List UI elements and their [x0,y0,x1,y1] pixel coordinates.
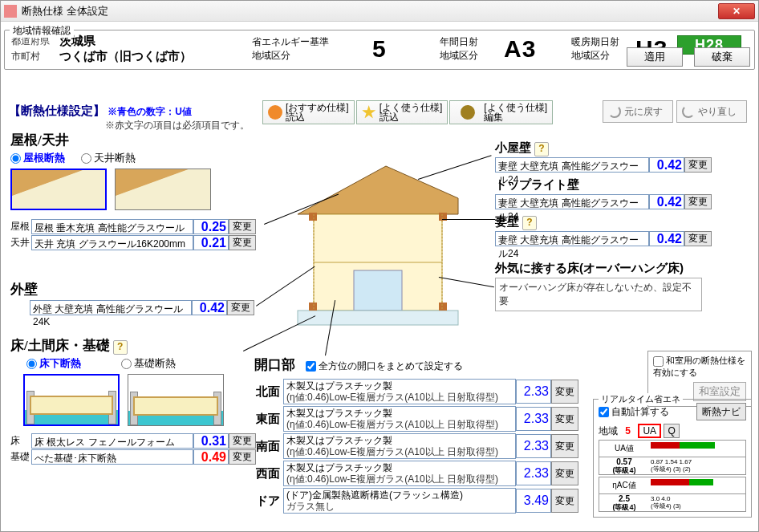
pref-value: 茨城県 [59,34,172,49]
annual-zone-label: 地域区分 [440,49,504,63]
toplight-change[interactable]: 変更 [684,194,712,209]
opening-n-spec[interactable]: 木製又はプラスチック製(η値:0.46)Low-E複層ガラス(A10以上 日射取… [283,379,516,404]
opening-n-label: 北面 [254,384,283,400]
wall-spec[interactable]: 外壁 大壁充填 高性能グラスウール24K [30,300,192,315]
floor-row1-label: 床 [10,434,31,448]
washitsu-enable-check[interactable]: 和室用の断熱仕様を 有効にする [653,355,745,377]
toplight-title: トップライト壁 [495,177,752,193]
opening-w-spec[interactable]: 木製又はプラスチック製(η値:0.46)Low-E複層ガラス(A10以上 日射取… [283,461,516,486]
floor-row2-change[interactable]: 変更 [229,449,256,465]
opening-s-change[interactable]: 変更 [551,434,578,458]
city-value: つくば市（旧つくば市） [59,49,192,64]
leader-gable [442,219,495,220]
favorite-edit-button[interactable]: [よく使う仕様] 編集 [449,100,553,124]
overhang-title: 外気に接する床(オーバーハング床) [495,261,752,276]
gable-title: 妻壁 [495,214,519,228]
favorite-load-button[interactable]: [よく使う仕様] 読込 [356,100,448,124]
annual-value: A3 [504,35,539,63]
attic-spec[interactable]: 妻壁 大壁充填 高性能グラスウール24 [495,157,649,173]
wall-title: 外壁 [10,280,267,298]
roof-thumb-2[interactable] [115,169,211,210]
app-icon [4,5,17,18]
opening-n-change[interactable]: 変更 [551,380,578,404]
gable-change[interactable]: 変更 [684,231,712,246]
roof-thumb-1[interactable] [10,169,107,210]
undo-button[interactable]: 元に戻す [603,100,673,123]
roof-row2-u: 0.21 [193,235,229,250]
ua-scale: 0.87 1.54 1.67(等級4) (3) (2) [649,457,745,474]
opening-e-spec[interactable]: 木製又はプラスチック製(η値:0.46)Low-E複層ガラス(A10以上 日射取… [283,406,516,432]
floor-row1-change[interactable]: 変更 [229,433,256,449]
heat-label: 暖房期日射 [571,35,635,49]
gable-u: 0.42 [649,231,684,246]
star-icon [362,105,376,120]
close-button[interactable]: ✕ [718,3,755,19]
auto-calc-check[interactable]: 自動計算する [599,405,669,419]
rt-region-val: 5 [625,425,631,437]
heat-zone-label: 地域区分 [571,49,635,63]
svg-rect-3 [354,270,402,311]
attic-change[interactable]: 変更 [684,157,712,173]
eta-scale: 3.0 4.0(等級4) (3) [649,494,745,511]
attic-title: 小屋壁 [495,140,531,154]
roof-row1-change[interactable]: 変更 [229,219,256,234]
eta-bar [649,477,745,493]
region-caption: 地域情報確認 [10,24,74,38]
toplight-spec[interactable]: 妻壁 大壁充填 高性能グラスウール24 [495,194,649,209]
realtime-caption: リアルタイム省エネ [599,393,683,405]
annual-label: 年間日射 [440,35,504,49]
redo-icon [682,105,695,118]
roof-radio-2[interactable]: 天井断熱 [81,151,136,165]
zone-label: 地域区分 [252,49,372,63]
floor-row2-spec[interactable]: べた基礎･床下断熱 [31,449,193,465]
floor-row1-spec[interactable]: 床 根太レス フェノールフォーム90mm [31,433,193,449]
redo-button[interactable]: やり直し [676,100,747,123]
recommended-load-button[interactable]: [おすすめ仕様] 読込 [262,100,355,124]
ua-bar [649,441,745,457]
floor-thumb-1[interactable] [23,374,120,426]
titlebar: 断熱仕様 全体設定 ✕ [1,1,758,22]
roof-row2-change[interactable]: 変更 [229,235,256,250]
gable-spec[interactable]: 妻壁 大壁充填 高性能グラスウール24 [495,231,649,246]
mode-ua-button[interactable]: UA [638,424,661,438]
opening-all-dir-check[interactable]: 全方位の開口をまとめて設定する [306,360,463,372]
opening-e-u: 2.33 [516,407,551,431]
pen-icon [458,102,478,122]
attic-u: 0.42 [649,157,684,173]
floor-row2-label: 基礎 [10,450,31,464]
opening-w-change[interactable]: 変更 [551,461,578,485]
opening-e-change[interactable]: 変更 [551,407,578,431]
rt-region-lbl: 地域 [599,425,618,437]
floor-radio-2[interactable]: 基礎断熱 [121,356,176,371]
svg-rect-5 [309,213,317,221]
gable-help[interactable]: ? [522,216,537,230]
opening-s-u: 2.33 [516,434,551,458]
mode-q-button[interactable]: Q [664,424,679,438]
roof-radio-1[interactable]: 屋根断熱 [10,151,65,165]
std-label: 省エネルギー基準 [252,35,372,49]
note-blue: ※青色の数字：U値 [108,106,192,117]
discard-button[interactable]: 破棄 [694,47,750,67]
overhang-note: オーバーハング床が存在しないため、設定不要 [495,278,702,311]
roof-row1-u: 0.25 [193,219,229,234]
svg-rect-7 [309,303,317,311]
attic-help[interactable]: ? [534,142,549,156]
wall-change[interactable]: 変更 [227,300,254,315]
roof-row2-label: 天井 [10,236,31,250]
spec-title: 【断熱仕様設定】 [9,104,105,117]
apply-button[interactable]: 適用 [627,47,683,67]
roof-row1-label: 屋根 [10,220,31,234]
roof-row2-spec[interactable]: 天井 充填 グラスウール16K200mm [31,235,193,250]
floor-row1-u: 0.31 [193,433,229,449]
roof-row1-spec[interactable]: 屋根 垂木充填 高性能グラスウール24K [31,219,193,234]
zone-value: 5 [372,35,408,63]
floor-thumb-2[interactable] [128,374,224,426]
floor-radio-1[interactable]: 床下断熱 [26,356,81,371]
floor-help[interactable]: ? [113,340,128,355]
opening-title: 開口部 [254,357,295,372]
insulation-navi-button[interactable]: 断熱ナビ [696,403,746,420]
opening-d-spec[interactable]: (ドア)金属製熱遮断構造(フラッシュ構造)ガラス無し [283,488,516,514]
opening-d-change[interactable]: 変更 [551,489,578,513]
svg-rect-4 [298,311,458,325]
opening-s-spec[interactable]: 木製又はプラスチック製(η値:0.46)Low-E複層ガラス(A10以上 日射取… [283,433,516,459]
